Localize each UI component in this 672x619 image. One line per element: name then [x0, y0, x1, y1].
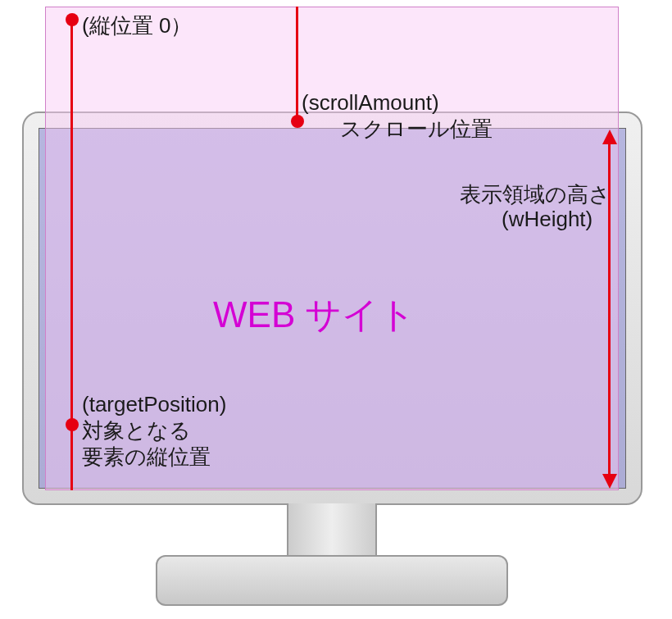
label-target-variable: (targetPosition) — [82, 392, 226, 417]
arrow-down-icon — [602, 474, 617, 489]
scroll-indicator-line — [296, 7, 298, 121]
arrow-up-icon — [602, 130, 617, 144]
scroll-diagram: (縦位置 0） (scrollAmount) スクロール位置 表示領域の高さ (… — [0, 0, 672, 619]
label-height-variable: (wHeight) — [502, 207, 593, 232]
scroll-dot-icon — [291, 115, 304, 128]
label-viewport-height: 表示領域の高さ — [447, 180, 611, 209]
label-origin: (縦位置 0） — [82, 11, 192, 40]
label-target-line1: 対象となる — [82, 416, 191, 445]
label-scroll-position: スクロール位置 — [340, 115, 493, 143]
monitor-base — [156, 555, 508, 606]
target-dot-icon — [66, 418, 79, 431]
label-website-title: WEB サイト — [213, 291, 415, 339]
monitor-neck — [287, 503, 377, 557]
label-target-line2: 要素の縦位置 — [82, 443, 211, 471]
label-scroll-variable: (scrollAmount) — [302, 90, 439, 116]
origin-dot-icon — [66, 13, 79, 26]
